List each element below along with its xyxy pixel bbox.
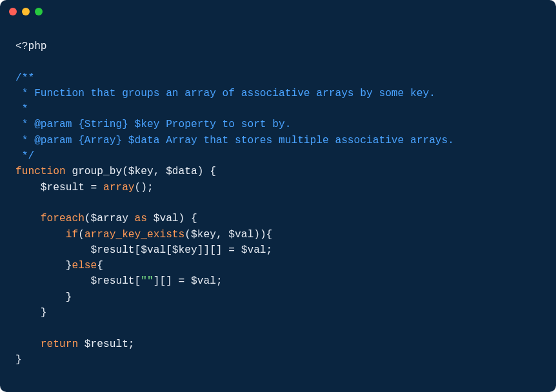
code-token: $result; xyxy=(78,338,134,350)
code-token: * @param {String} $key Property to sort … xyxy=(15,119,291,130)
code-token: ( xyxy=(78,229,84,240)
code-token: as xyxy=(135,213,147,224)
code-token: foreach xyxy=(41,213,84,224)
code-token: ][] = $val; xyxy=(154,275,223,287)
code-line: foreach($array as $val) { xyxy=(15,211,541,226)
code-token: * @param {Array} $data Array that stores… xyxy=(15,135,454,146)
code-line: $result[""][] = $val; xyxy=(15,273,541,289)
code-token: $result[ xyxy=(15,275,141,287)
code-token: ($array xyxy=(84,213,135,224)
code-token: { xyxy=(97,260,103,271)
code-line: */ xyxy=(15,148,541,164)
code-line: if(array_key_exists($key, $val)){ xyxy=(15,227,541,242)
code-line: * xyxy=(15,101,541,117)
code-line: } xyxy=(15,352,541,368)
code-token: $result[$val[$key]][] = $val; xyxy=(15,244,272,256)
code-line: function group_by($key, $data) { xyxy=(15,164,541,179)
close-icon[interactable] xyxy=(9,8,17,15)
code-token: * xyxy=(15,103,28,115)
code-line: $result = array(); xyxy=(15,180,541,195)
code-line: /** xyxy=(15,70,541,86)
code-window: <?php /** * Function that groups an arra… xyxy=(0,0,556,392)
code-token: "" xyxy=(141,275,153,287)
code-token: /** xyxy=(15,72,34,84)
code-token: } xyxy=(15,260,72,271)
code-token: if xyxy=(66,229,78,240)
code-token: group_by($key, $data) { xyxy=(66,166,216,177)
code-token: return xyxy=(41,338,78,350)
code-token xyxy=(15,213,41,224)
code-token: (); xyxy=(135,182,154,193)
code-token: array xyxy=(103,182,135,193)
code-token: $result = xyxy=(15,182,103,193)
minimize-icon[interactable] xyxy=(22,8,30,15)
code-token: * Function that groups an array of assoc… xyxy=(15,88,435,99)
titlebar xyxy=(0,0,556,23)
code-area: <?php /** * Function that groups an arra… xyxy=(0,23,556,383)
code-line: * Function that groups an array of assoc… xyxy=(15,86,541,101)
code-token: $val) { xyxy=(147,213,197,224)
code-token xyxy=(15,338,41,350)
code-line xyxy=(15,54,541,70)
code-token: } xyxy=(15,307,47,318)
code-token: function xyxy=(15,166,66,177)
code-token: } xyxy=(15,291,72,303)
code-line: return $result; xyxy=(15,337,541,352)
code-line: } xyxy=(15,305,541,320)
code-line: <?php xyxy=(15,39,541,54)
code-line xyxy=(15,320,541,336)
code-token: array_key_exists xyxy=(84,229,184,240)
code-token xyxy=(15,229,66,240)
code-line: }else{ xyxy=(15,258,541,273)
maximize-icon[interactable] xyxy=(35,8,43,15)
code-line: * @param {String} $key Property to sort … xyxy=(15,117,541,132)
code-line: } xyxy=(15,289,541,305)
code-line: $result[$val[$key]][] = $val; xyxy=(15,242,541,258)
code-token: } xyxy=(15,354,22,366)
code-line: * @param {Array} $data Array that stores… xyxy=(15,133,541,148)
code-token: else xyxy=(72,260,97,271)
code-token: <?php xyxy=(15,41,47,52)
code-line xyxy=(15,195,541,211)
code-token: ($key, $val)){ xyxy=(184,229,272,240)
code-token: */ xyxy=(15,150,34,162)
